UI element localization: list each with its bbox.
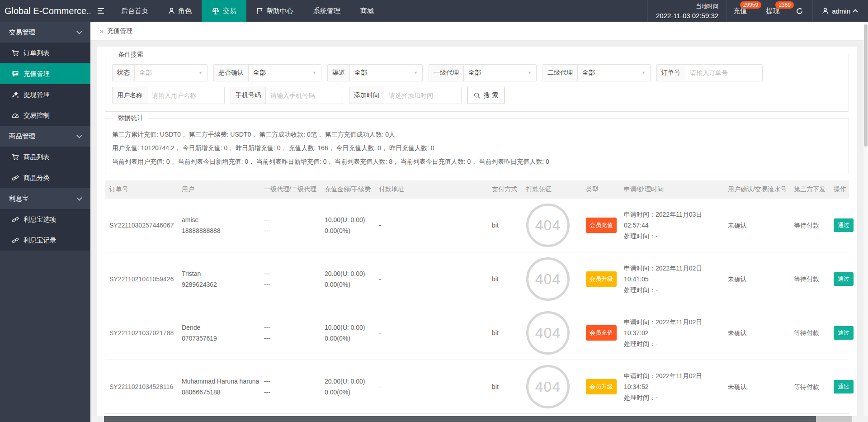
voucher-404-image[interactable]: 404 bbox=[526, 204, 570, 247]
status-select[interactable]: 状态 全部 ▼ bbox=[112, 64, 208, 81]
search-button[interactable]: 搜 索 bbox=[467, 87, 505, 104]
channel-label: 渠道 bbox=[328, 65, 350, 81]
pay-method-cell: bit bbox=[487, 274, 522, 284]
nav-roles[interactable]: 角色 bbox=[158, 0, 202, 22]
sidebar-item-interest-records[interactable]: 利息宝记录 bbox=[0, 230, 90, 251]
user-name: amise bbox=[182, 214, 259, 225]
agent-level1: --- bbox=[264, 214, 320, 225]
voucher-404-image[interactable]: 404 bbox=[526, 365, 570, 408]
sidebar-item-order-list[interactable]: 订单列表 bbox=[0, 43, 90, 63]
approve-button[interactable]: 通过 bbox=[834, 272, 854, 286]
action-cell: 通过 bbox=[829, 272, 854, 286]
voucher-cell: 404 bbox=[522, 204, 581, 247]
add-time-label: 添加时间 bbox=[349, 87, 384, 104]
type-cell: 会员升级 bbox=[581, 379, 619, 394]
user-confirm-cell: 未确认 bbox=[723, 220, 789, 231]
order-no-cell: SY2211021037021788 bbox=[105, 327, 177, 338]
action-cell: 通过 bbox=[829, 218, 854, 232]
sidebar-group-label: 商品管理 bbox=[9, 132, 35, 141]
user-cell: amise 18888888888 bbox=[177, 214, 259, 236]
breadcrumb-arrows-icon: » bbox=[99, 27, 104, 35]
agents-cell: --- --- bbox=[259, 376, 320, 398]
vertical-scrollbar[interactable] bbox=[863, 22, 868, 416]
horizontal-scrollbar-thumb[interactable] bbox=[104, 416, 816, 422]
confirm-label: 是否确认 bbox=[214, 65, 249, 81]
pay-address-cell: - bbox=[374, 274, 487, 284]
confirm-select[interactable]: 是否确认 全部 ▼ bbox=[213, 64, 321, 81]
apply-time: 申请时间：2022年11月02日 10:34:52 bbox=[624, 370, 723, 392]
third-party-cell: 等待付款 bbox=[789, 220, 829, 231]
user-menu[interactable]: admin bbox=[813, 0, 868, 22]
sidebar-group-label: 利息宝 bbox=[9, 194, 29, 203]
nav-label: 商城 bbox=[360, 7, 374, 15]
nav-dashboard[interactable]: 后台首页 bbox=[111, 0, 158, 22]
sidebar-item-withdraw-management[interactable]: 提现管理 bbox=[0, 84, 90, 105]
caret-down-icon: ▼ bbox=[198, 71, 203, 75]
col-pay-method: 支付方式 bbox=[487, 185, 522, 194]
breadcrumb: » 充值管理 bbox=[90, 22, 863, 41]
cart-icon bbox=[12, 50, 19, 57]
stats-line-user: 用户充值: 10120744.2， 今日新增充值: 0， 昨日新增充值: 0， … bbox=[112, 141, 842, 155]
col-pay-address: 付款地址 bbox=[374, 185, 487, 194]
order-no-input[interactable] bbox=[690, 65, 758, 81]
fee: 0.00(0%) bbox=[325, 333, 374, 344]
pay-method-cell: bit bbox=[487, 220, 522, 231]
agent-level2: --- bbox=[264, 333, 320, 344]
voucher-cell: 404 bbox=[522, 311, 581, 355]
user-phone: 0707357619 bbox=[182, 333, 259, 344]
sidebar-item-goods-category[interactable]: 商品分类 bbox=[0, 167, 90, 188]
status-label: 状态 bbox=[113, 65, 135, 81]
sidebar-group-interest[interactable]: 利息宝 bbox=[0, 188, 90, 209]
type-badge: 会员充值 bbox=[586, 325, 617, 341]
approve-button[interactable]: 通过 bbox=[834, 326, 854, 340]
status-value: 全部 bbox=[139, 69, 152, 77]
vertical-scrollbar-thumb[interactable] bbox=[864, 24, 868, 147]
scales-icon bbox=[212, 7, 220, 15]
agent1-select[interactable]: 一级代理 全部 ▼ bbox=[429, 64, 537, 81]
horizontal-scrollbar-track-end bbox=[816, 416, 852, 422]
nav-mall[interactable]: 商城 bbox=[350, 0, 384, 22]
order-no-cell: SY2211030257446067 bbox=[105, 220, 177, 231]
gavel-icon bbox=[12, 91, 19, 98]
collapse-menu-icon[interactable] bbox=[90, 0, 111, 22]
caret-down-icon: ▼ bbox=[312, 71, 316, 75]
nav-help-center[interactable]: 帮助中心 bbox=[246, 0, 303, 22]
voucher-404-text: 404 bbox=[535, 220, 561, 231]
order-no-cell: SY2211021034528116 bbox=[105, 381, 177, 392]
nav-trade[interactable]: 交易 bbox=[202, 0, 246, 22]
table-row: SY2211030257446067 amise 18888888888 ---… bbox=[105, 199, 849, 252]
action-cell: 通过 bbox=[829, 326, 854, 340]
stats-line-third-party: 第三方累计充值: USDT0， 第三方手续费: USDT0， 第三方成功收款: … bbox=[112, 128, 842, 141]
username-input[interactable] bbox=[152, 87, 220, 104]
add-time-input[interactable] bbox=[389, 87, 457, 104]
sidebar-group-trade[interactable]: 交易管理 bbox=[0, 22, 90, 43]
voucher-404-image[interactable]: 404 bbox=[526, 311, 570, 355]
agent2-select[interactable]: 二级代理 全部 ▼ bbox=[542, 64, 651, 81]
voucher-404-image[interactable]: 404 bbox=[526, 257, 570, 301]
sidebar-item-trade-control[interactable]: 交易控制 bbox=[0, 105, 90, 126]
sidebar-group-goods[interactable]: 商品管理 bbox=[0, 126, 90, 147]
nav-system[interactable]: 系统管理 bbox=[303, 0, 350, 22]
col-third-party: 第三方下发 bbox=[789, 185, 829, 194]
topbar-right: 当地时间 2022-11-03 02:59:32 充值 29959 提现 236… bbox=[647, 0, 868, 22]
col-user: 用户 bbox=[177, 185, 259, 194]
phone-input[interactable] bbox=[270, 87, 338, 104]
horizontal-scrollbar[interactable] bbox=[90, 416, 868, 422]
link-icon bbox=[12, 175, 19, 181]
approve-button[interactable]: 通过 bbox=[834, 380, 854, 394]
time-cell: 申请时间：2022年11月02日 10:37:02 处理时间：- bbox=[619, 317, 723, 349]
channel-select[interactable]: 渠道 全部 ▼ bbox=[327, 64, 423, 81]
channel-value: 全部 bbox=[354, 69, 367, 77]
sidebar-item-label: 充值管理 bbox=[24, 70, 50, 78]
time-cell: 申请时间：2022年11月02日 10:34:52 处理时间：- bbox=[619, 370, 723, 403]
user-cell: Dende 0707357619 bbox=[177, 322, 259, 344]
sidebar-item-goods-list[interactable]: 商品列表 bbox=[0, 147, 90, 167]
time-cell: 申请时间：2022年11月02日 10:41:05 处理时间：- bbox=[619, 263, 723, 295]
sidebar-item-recharge-management[interactable]: 充值管理 bbox=[0, 63, 90, 84]
sidebar-item-interest-options[interactable]: 利息宝选项 bbox=[0, 209, 90, 230]
local-time-value: 2022-11-03 02:59:32 bbox=[656, 12, 718, 19]
pay-method-cell: bit bbox=[487, 327, 522, 338]
recharge-shortcut[interactable]: 充值 29959 bbox=[727, 0, 754, 22]
approve-button[interactable]: 通过 bbox=[834, 218, 854, 232]
sidebar: 交易管理 订单列表 充值管理 提现管理 交易控制 商品管理 bbox=[0, 22, 90, 422]
